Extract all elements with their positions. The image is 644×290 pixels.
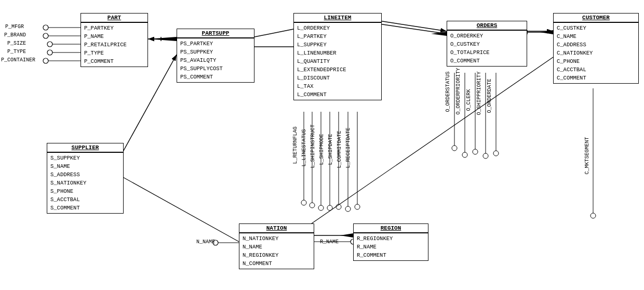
label-l-returnflag: L_RETURNFLAG [292,126,298,164]
field-l-suppkey: L_SUPPKEY [297,41,378,49]
label-n-name: N_NAME [196,239,215,245]
svg-point-3 [43,33,48,38]
label-l-receiptdate: L_RECEIPTDATE [345,127,351,168]
label-p-mfgr: P_MFGR [5,24,24,30]
label-l-shipmode: L_SHIPMODE [319,134,325,165]
field-s-nationkey: S_NATIONKEY [50,179,120,187]
svg-point-36 [483,153,488,159]
entity-customer-title: CUSTOMER [554,14,638,23]
svg-point-5 [47,42,52,47]
svg-marker-53 [148,37,177,41]
svg-marker-56 [431,32,447,36]
field-p-comment: P_COMMENT [84,57,144,65]
svg-point-1 [43,25,48,30]
er-diagram: PART P_PARTKEY P_NAME P_RETAILPRICE P_TY… [0,0,644,290]
svg-line-49 [252,29,293,37]
field-s-phone: S_PHONE [50,187,120,195]
field-c-address: C_ADDRESS [557,41,635,49]
field-s-suppkey: S_SUPPKEY [50,154,120,162]
field-c-phone: C_PHONE [557,57,635,65]
field-n-nationkey: N_NATIONKEY [243,234,311,243]
field-ps-suppkey: PS_SUPPKEY [180,48,251,56]
entity-supplier-title: SUPPLIER [47,143,123,153]
field-c-comment: C_COMMENT [557,74,635,82]
label-r-name: R_NAME [320,239,339,245]
field-ps-availqty: PS_AVAILQTY [180,56,251,64]
svg-line-42 [122,177,239,242]
label-p-type: P_TYPE [7,49,26,55]
entity-partsupp-fields: PS_PARTKEY PS_SUPPKEY PS_AVAILQTY PS_SUP… [177,38,254,82]
field-ps-partkey: PS_PARTKEY [180,39,251,48]
field-l-extendedprice: L_EXTENDEDPRICE [297,65,378,74]
svg-point-38 [493,151,499,156]
field-p-name: P_NAME [84,32,144,41]
entity-supplier: SUPPLIER S_SUPPKEY S_NAME S_ADDRESS S_NA… [47,143,124,214]
field-o-orderkey: O_ORDERKEY [450,32,524,40]
label-o-clerk: O_CLERK [466,89,472,111]
entity-partsupp-title: PARTSUPP [177,29,254,38]
svg-point-22 [327,205,332,210]
field-n-name: N_NAME [243,243,311,251]
entity-lineitem: LINEITEM L_ORDERKEY L_PARTKEY L_SUPPKEY … [293,13,382,100]
entity-nation-title: NATION [239,224,314,233]
label-p-brand: P_BRAND [4,32,26,38]
label-l-shipinstruct: L_SHIPINSTRUCT [310,124,316,168]
entity-lineitem-title: LINEITEM [294,14,381,23]
field-p-partkey: P_PARTKEY [84,24,144,32]
entity-partsupp: PARTSUPP PS_PARTKEY PS_SUPPKEY PS_AVAILQ… [177,29,254,83]
field-n-regionkey: N_REGIONKEY [243,251,311,259]
label-o-orderpriority: O_ORDERPRIORITY [455,68,461,114]
field-ps-comment: PS_COMMENT [180,73,251,81]
entity-region-fields: R_REGIONKEY R_NAME R_COMMENT [354,233,428,260]
svg-point-28 [355,204,360,209]
entity-orders-title: ORDERS [447,21,527,31]
label-l-shipdate: L_SHIPDATE [328,134,333,165]
field-l-tax: L_TAX [297,82,378,90]
entity-lineitem-fields: L_ORDERKEY L_PARTKEY L_SUPPKEY L_LINENUM… [294,23,381,100]
label-l-linestatus: L_LINESTATUS [301,129,307,166]
label-o-shippriority: O_SHIPPRIORITY [476,71,482,115]
svg-point-24 [336,204,341,209]
svg-point-7 [47,50,52,55]
field-o-comment: O_COMMENT [450,57,524,65]
svg-point-9 [43,58,48,63]
field-l-comment: L_COMMENT [297,90,378,99]
field-r-name: R_NAME [357,243,425,251]
field-l-partkey: L_PARTKEY [297,32,378,41]
field-r-comment: R_COMMENT [357,251,425,259]
label-o-orderdate: O_ORDERDATE [487,78,492,113]
svg-line-41 [122,55,177,153]
field-l-orderkey: L_ORDERKEY [297,24,378,32]
field-c-name: C_NAME [557,32,635,41]
field-l-linenumber: L_LINENUMBER [297,49,378,57]
svg-point-16 [301,200,306,205]
field-r-regionkey: R_REGIONKEY [357,234,425,243]
entity-nation: NATION N_NATIONKEY N_NAME N_REGIONKEY N_… [239,223,314,269]
field-ps-supplycost: PS_SUPPLYCOST [180,64,251,73]
entity-orders-fields: O_ORDERKEY O_CUSTKEY O_TOTALPRICE O_COMM… [447,31,527,66]
svg-point-30 [452,146,457,151]
label-c-mktsegment: C_MKTSEGMENT [584,137,590,174]
svg-point-32 [462,152,467,157]
entity-part-title: PART [81,14,147,23]
field-s-name: S_NAME [50,162,120,170]
entity-nation-fields: N_NATIONKEY N_NAME N_REGIONKEY N_COMMENT [239,233,314,269]
label-p-size: P_SIZE [7,41,26,46]
field-n-comment: N_COMMENT [243,259,311,268]
entity-supplier-fields: S_SUPPKEY S_NAME S_ADDRESS S_NATIONKEY S… [47,153,123,213]
svg-point-18 [310,203,315,208]
entity-customer-fields: C_CUSTKEY C_NAME C_ADDRESS C_NATIONKEY C… [554,23,638,83]
svg-point-26 [345,206,351,212]
field-s-comment: S_COMMENT [50,204,120,212]
svg-point-40 [591,213,596,218]
label-o-orderstatus: O_ORDERSTATUS [445,71,451,112]
entity-part-fields: P_PARTKEY P_NAME P_RETAILPRICE P_TYPE P_… [81,23,147,67]
entity-part: PART P_PARTKEY P_NAME P_RETAILPRICE P_TY… [81,13,148,67]
svg-point-34 [473,149,478,154]
svg-point-20 [318,205,324,210]
field-l-discount: L_DISCOUNT [297,74,378,82]
label-p-container: P_CONTAINER [1,57,35,63]
svg-marker-59 [540,30,553,34]
svg-line-13 [379,21,447,31]
entity-region: REGION R_REGIONKEY R_NAME R_COMMENT [353,223,428,261]
